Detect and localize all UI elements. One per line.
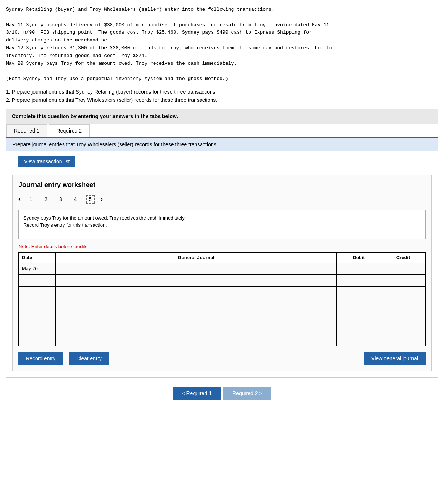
header-credit: Credit (381, 252, 426, 263)
header-general-journal: General Journal (56, 252, 337, 263)
table-row (19, 334, 426, 346)
credit-input-7[interactable] (384, 336, 422, 344)
debit-input-5[interactable] (340, 312, 378, 320)
prev-required-button[interactable]: < Required 1 (173, 387, 221, 400)
view-transaction-button[interactable]: View transaction list (18, 156, 75, 167)
debit-cell-7[interactable] (337, 334, 381, 346)
page-4[interactable]: 4 (71, 196, 80, 202)
description-box: Sydney pays Troy for the amount owed. Tr… (18, 210, 426, 239)
next-page-button[interactable]: › (101, 195, 103, 203)
debit-cell-1[interactable] (337, 263, 381, 274)
tabs-header: Required 1 Required 2 (6, 124, 438, 138)
intro-may12: May 12 Sydney returns $1,300 of the $38,… (6, 44, 438, 52)
question-2: 2. Prepare journal entries that Troy Who… (6, 97, 438, 103)
date-cell-3 (19, 286, 56, 298)
gj-cell-7[interactable] (56, 334, 337, 346)
credit-cell-4[interactable] (381, 298, 426, 310)
page-5[interactable]: 5 (86, 195, 95, 204)
debit-cell-4[interactable] (337, 298, 381, 310)
record-entry-button[interactable]: Record entry (18, 352, 63, 365)
view-general-journal-button[interactable]: View general journal (364, 352, 426, 365)
date-cell-4 (19, 298, 56, 310)
intro-may11-cont: 3/10, n/90, FOB shipping point. The good… (6, 29, 438, 37)
credit-input-6[interactable] (384, 324, 422, 332)
worksheet-box: Journal entry worksheet ‹ 1 2 3 4 5 › Sy… (12, 175, 432, 371)
pagination: ‹ 1 2 3 4 5 › (18, 195, 426, 204)
credit-cell-7[interactable] (381, 334, 426, 346)
intro-line1: Sydney Retailing (buyer) and Troy Wholes… (6, 6, 438, 14)
page-3[interactable]: 3 (56, 196, 65, 202)
credit-cell-5[interactable] (381, 310, 426, 322)
instruction-text: Prepare journal entries that Troy Wholes… (12, 141, 218, 147)
tabs-container: Required 1 Required 2 Prepare journal en… (6, 124, 438, 378)
date-cell-1: May 20 (19, 263, 56, 274)
debit-input-6[interactable] (340, 324, 378, 332)
debit-cell-6[interactable] (337, 322, 381, 334)
credit-cell-1[interactable] (381, 263, 426, 274)
note-text: Note: Enter debits before credits. (18, 244, 426, 249)
tab-required-2[interactable]: Required 2 (49, 124, 90, 137)
intro-may12-cont: inventory. The returned goods had cost T… (6, 52, 438, 60)
debit-cell-5[interactable] (337, 310, 381, 322)
gj-input-3[interactable] (59, 288, 333, 297)
tab-content: Prepare journal entries that Troy Wholes… (6, 138, 438, 371)
next-required-button[interactable]: Required 2 > (223, 387, 271, 400)
intro-note: (Both Sydney and Troy use a perpetual in… (6, 75, 438, 83)
page-1[interactable]: 1 (27, 196, 36, 202)
gj-cell-5[interactable] (56, 310, 337, 322)
instruction-bar: Prepare journal entries that Troy Wholes… (6, 138, 438, 151)
intro-block: Sydney Retailing (buyer) and Troy Wholes… (6, 6, 438, 83)
question-1: 1. Prepare journal entries that Sydney R… (6, 89, 438, 95)
debit-input-3[interactable] (340, 288, 378, 297)
credit-cell-2[interactable] (381, 274, 426, 286)
gj-input-2[interactable] (59, 276, 333, 285)
bottom-nav: < Required 1 Required 2 > (6, 387, 438, 400)
gj-cell-2[interactable] (56, 274, 337, 286)
debit-input-2[interactable] (340, 276, 378, 285)
debit-input-4[interactable] (340, 300, 378, 308)
complete-box: Complete this question by entering your … (6, 109, 438, 124)
gj-input-5[interactable] (59, 312, 333, 320)
prev-page-button[interactable]: ‹ (18, 195, 21, 203)
clear-entry-button[interactable]: Clear entry (69, 352, 109, 365)
questions-section: 1. Prepare journal entries that Sydney R… (6, 89, 438, 103)
header-debit: Debit (337, 252, 381, 263)
credit-input-3[interactable] (384, 288, 422, 297)
gj-cell-6[interactable] (56, 322, 337, 334)
gj-cell-3[interactable] (56, 286, 337, 298)
intro-may20: May 20 Sydney pays Troy for the amount o… (6, 60, 438, 68)
description-text: Sydney pays Troy for the amount owed. Tr… (23, 215, 185, 228)
gj-input-7[interactable] (59, 336, 333, 344)
table-row (19, 322, 426, 334)
credit-input-4[interactable] (384, 300, 422, 308)
credit-input-2[interactable] (384, 276, 422, 285)
gj-cell-1[interactable] (56, 263, 337, 274)
debit-cell-3[interactable] (337, 286, 381, 298)
tab-required-1[interactable]: Required 1 (6, 124, 47, 137)
date-cell-6 (19, 322, 56, 334)
credit-cell-3[interactable] (381, 286, 426, 298)
date-cell-2 (19, 274, 56, 286)
action-buttons: Record entry Clear entry View general jo… (18, 352, 426, 365)
credit-cell-6[interactable] (381, 322, 426, 334)
debit-cell-2[interactable] (337, 274, 381, 286)
table-row (19, 310, 426, 322)
gj-cell-4[interactable] (56, 298, 337, 310)
date-cell-7 (19, 334, 56, 346)
view-transaction-container: View transaction list (6, 151, 438, 172)
header-date: Date (19, 252, 56, 263)
intro-may11: May 11 Sydney accepts delivery of $38,00… (6, 21, 438, 29)
page-2[interactable]: 2 (41, 196, 50, 202)
complete-box-text: Complete this question by entering your … (12, 113, 178, 119)
credit-input-1[interactable] (384, 264, 422, 273)
debit-input-1[interactable] (340, 264, 378, 273)
debit-input-7[interactable] (340, 336, 378, 344)
gj-input-6[interactable] (59, 324, 333, 332)
journal-table: Date General Journal Debit Credit May 20 (18, 252, 426, 346)
gj-input-1[interactable] (59, 264, 333, 273)
table-row (19, 274, 426, 286)
intro-may11-cont2: delivery charges on the merchandise. (6, 37, 438, 44)
gj-input-4[interactable] (59, 300, 333, 308)
date-cell-5 (19, 310, 56, 322)
credit-input-5[interactable] (384, 312, 422, 320)
